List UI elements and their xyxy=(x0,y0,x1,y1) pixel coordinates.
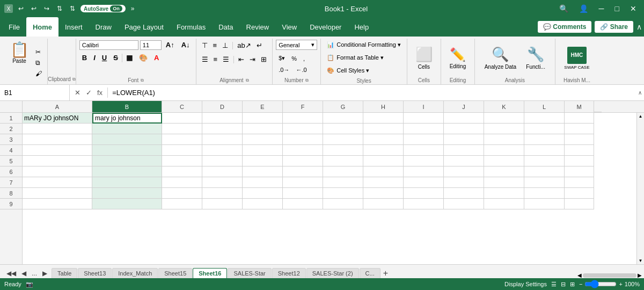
cell-L1[interactable] xyxy=(524,113,565,124)
cell-F8[interactable] xyxy=(283,188,323,199)
number-format-dropdown[interactable]: General ▾ xyxy=(276,40,317,50)
page-break-btn[interactable]: ⊞ xyxy=(570,281,575,288)
cell-H1[interactable] xyxy=(363,113,404,124)
cell-H7[interactable] xyxy=(363,177,404,188)
col-header-K[interactable]: K xyxy=(484,101,524,112)
tab-home[interactable]: Home xyxy=(26,17,58,37)
cell-K2[interactable] xyxy=(484,124,524,134)
cell-J4[interactable] xyxy=(444,145,484,156)
cell-L2[interactable] xyxy=(524,124,565,134)
fx-btn[interactable]: fx xyxy=(96,88,104,98)
center-align-btn[interactable]: ≡ xyxy=(211,54,220,65)
cell-E7[interactable] xyxy=(243,177,283,188)
cell-B5[interactable] xyxy=(92,156,162,166)
wrap-btn[interactable]: ↵ xyxy=(254,40,265,51)
col-header-M[interactable]: M xyxy=(565,101,594,112)
cell-C7[interactable] xyxy=(162,177,202,188)
clipboard-expand[interactable]: ⧉ xyxy=(72,77,76,82)
col-header-C[interactable]: C xyxy=(162,101,202,112)
cell-K1[interactable] xyxy=(484,113,524,124)
cell-I9[interactable] xyxy=(404,199,444,209)
col-header-L[interactable]: L xyxy=(524,101,565,112)
cell-J6[interactable] xyxy=(444,166,484,177)
italic-btn[interactable]: I xyxy=(91,53,98,63)
cell-F6[interactable] xyxy=(283,166,323,177)
cell-K5[interactable] xyxy=(484,156,524,166)
cell-B1[interactable]: mary jo johnson xyxy=(92,113,162,124)
cell-F2[interactable] xyxy=(283,124,323,134)
cell-M7[interactable] xyxy=(565,177,594,188)
cell-H6[interactable] xyxy=(363,166,404,177)
col-header-D[interactable]: D xyxy=(202,101,243,112)
mid-align-btn[interactable]: ≡ xyxy=(211,40,219,51)
normal-view-btn[interactable]: ☰ xyxy=(551,281,557,288)
cell-F5[interactable] xyxy=(283,156,323,166)
row-header-9[interactable]: 9 xyxy=(0,199,22,209)
cell-G4[interactable] xyxy=(323,145,363,156)
sheet-tab-Sheet12[interactable]: Sheet12 xyxy=(272,268,306,278)
minimize-btn[interactable]: ─ xyxy=(596,3,608,14)
cell-C8[interactable] xyxy=(162,188,202,199)
cell-styles-btn[interactable]: 🎨 Cell Styles ▾ xyxy=(324,66,372,76)
cell-J3[interactable] xyxy=(444,134,484,145)
cell-B3[interactable] xyxy=(92,134,162,145)
cell-K4[interactable] xyxy=(484,145,524,156)
row-header-4[interactable]: 4 xyxy=(0,145,22,156)
cell-C1[interactable] xyxy=(162,113,202,124)
sheet-tab-Sheet16[interactable]: Sheet16 xyxy=(193,268,227,278)
left-align-btn[interactable]: ☰ xyxy=(200,54,210,65)
tab-developer[interactable]: Developer xyxy=(303,17,348,37)
cell-G1[interactable] xyxy=(323,113,363,124)
strikethrough-btn[interactable]: S xyxy=(111,53,121,63)
alignment-expand[interactable]: ⧉ xyxy=(246,78,249,83)
tab-view[interactable]: View xyxy=(275,17,303,37)
cell-C6[interactable] xyxy=(162,166,202,177)
confirm-formula-btn[interactable]: ✓ xyxy=(84,88,93,98)
cell-A5[interactable] xyxy=(23,156,92,166)
cell-B4[interactable] xyxy=(92,145,162,156)
sheet-tab-C-more[interactable]: C... xyxy=(360,268,380,278)
cell-J2[interactable] xyxy=(444,124,484,134)
cell-B7[interactable] xyxy=(92,177,162,188)
cell-D5[interactable] xyxy=(202,156,243,166)
more-options-btn[interactable]: » xyxy=(129,4,137,13)
ribbon-collapse-btn[interactable]: ∧ xyxy=(636,23,642,31)
swap-case-btn[interactable]: HMC SWAP CASE xyxy=(560,44,593,73)
increase-font-btn[interactable]: A↑ xyxy=(163,40,177,50)
cancel-formula-btn[interactable]: ✕ xyxy=(73,88,82,98)
row-header-7[interactable]: 7 xyxy=(0,177,22,188)
col-header-A[interactable]: A xyxy=(23,101,92,112)
cell-G8[interactable] xyxy=(323,188,363,199)
sheet-tab-Table[interactable]: Table xyxy=(52,268,77,278)
cell-A4[interactable] xyxy=(23,145,92,156)
tab-help[interactable]: Help xyxy=(348,17,375,37)
number-expand[interactable]: ⧉ xyxy=(305,78,309,83)
cell-A2[interactable] xyxy=(23,124,92,134)
autosave-toggle[interactable]: AutoSave On xyxy=(80,5,126,12)
cell-J7[interactable] xyxy=(444,177,484,188)
cell-H2[interactable] xyxy=(363,124,404,134)
percent-btn[interactable]: % xyxy=(289,54,299,63)
sheet-tab-Sheet13[interactable]: Sheet13 xyxy=(78,268,112,278)
sheet-add-btn[interactable]: + xyxy=(381,269,390,278)
col-header-B[interactable]: B xyxy=(92,101,162,112)
scroll-down-btn[interactable]: ▼ xyxy=(638,257,644,264)
decrease-font-btn[interactable]: A↓ xyxy=(179,40,193,50)
format-painter-button[interactable]: 🖌 xyxy=(33,69,44,78)
cell-K3[interactable] xyxy=(484,134,524,145)
cell-G2[interactable] xyxy=(323,124,363,134)
cell-D4[interactable] xyxy=(202,145,243,156)
sort-btn2[interactable]: ⇅ xyxy=(68,4,77,13)
cell-F4[interactable] xyxy=(283,145,323,156)
fill-color-btn[interactable]: 🎨 xyxy=(136,53,150,63)
cell-I2[interactable] xyxy=(404,124,444,134)
row-header-5[interactable]: 5 xyxy=(0,156,22,166)
cell-G3[interactable] xyxy=(323,134,363,145)
cell-F3[interactable] xyxy=(283,134,323,145)
merge-btn[interactable]: ⊞ xyxy=(259,54,269,65)
zoom-out-btn[interactable]: − xyxy=(579,281,582,287)
zoom-in-btn[interactable]: + xyxy=(619,281,622,287)
cell-J9[interactable] xyxy=(444,199,484,209)
tab-file[interactable]: File xyxy=(2,17,26,37)
cell-F1[interactable] xyxy=(283,113,323,124)
